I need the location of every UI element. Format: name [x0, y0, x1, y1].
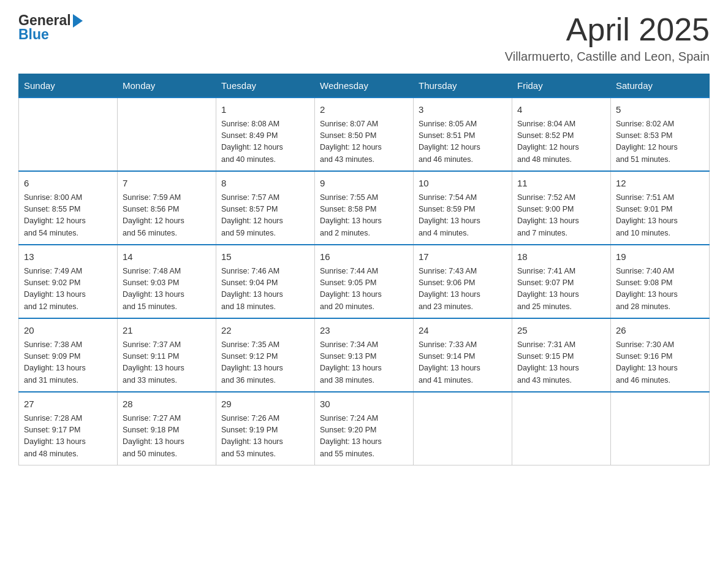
day-info: Sunrise: 7:44 AM Sunset: 9:05 PM Dayligh…: [320, 266, 408, 313]
day-info: Sunrise: 7:55 AM Sunset: 8:58 PM Dayligh…: [320, 192, 408, 240]
page-header: General Blue April 2025 Villarmuerto, Ca…: [18, 12, 710, 64]
calendar-week-row: 13Sunrise: 7:49 AM Sunset: 9:02 PM Dayli…: [19, 245, 710, 318]
day-number: 26: [616, 324, 704, 338]
calendar-cell: 18Sunrise: 7:41 AM Sunset: 9:07 PM Dayli…: [512, 245, 611, 318]
calendar-cell: 4Sunrise: 8:04 AM Sunset: 8:52 PM Daylig…: [512, 98, 611, 171]
day-info: Sunrise: 7:43 AM Sunset: 9:06 PM Dayligh…: [419, 266, 507, 313]
title-section: April 2025 Villarmuerto, Castille and Le…: [505, 12, 710, 64]
day-number: 8: [221, 177, 309, 191]
calendar-cell: 3Sunrise: 8:05 AM Sunset: 8:51 PM Daylig…: [414, 98, 512, 171]
calendar-week-row: 1Sunrise: 8:08 AM Sunset: 8:49 PM Daylig…: [19, 98, 710, 171]
day-number: 29: [221, 397, 309, 412]
calendar-week-row: 6Sunrise: 8:00 AM Sunset: 8:55 PM Daylig…: [19, 171, 710, 245]
logo-blue-text: Blue: [18, 26, 49, 43]
day-number: 6: [24, 177, 112, 191]
month-title: April 2025: [505, 12, 710, 47]
day-info: Sunrise: 7:48 AM Sunset: 9:03 PM Dayligh…: [123, 266, 211, 313]
calendar-cell: 23Sunrise: 7:34 AM Sunset: 9:13 PM Dayli…: [315, 318, 414, 392]
weekday-header-saturday: Saturday: [611, 74, 710, 98]
calendar-cell: 2Sunrise: 8:07 AM Sunset: 8:50 PM Daylig…: [315, 98, 414, 171]
day-info: Sunrise: 8:07 AM Sunset: 8:50 PM Dayligh…: [320, 118, 408, 166]
day-number: 17: [419, 250, 507, 264]
day-info: Sunrise: 7:40 AM Sunset: 9:08 PM Dayligh…: [616, 266, 704, 313]
day-number: 4: [517, 103, 605, 117]
day-number: 20: [24, 324, 112, 338]
day-number: 14: [123, 250, 211, 264]
calendar-cell: 14Sunrise: 7:48 AM Sunset: 9:03 PM Dayli…: [118, 245, 216, 318]
calendar-cell: 16Sunrise: 7:44 AM Sunset: 9:05 PM Dayli…: [315, 245, 414, 318]
day-number: 24: [419, 324, 507, 338]
calendar-cell: [414, 392, 512, 465]
day-number: 3: [419, 103, 507, 117]
calendar-cell: 10Sunrise: 7:54 AM Sunset: 8:59 PM Dayli…: [414, 171, 512, 245]
day-info: Sunrise: 7:30 AM Sunset: 9:16 PM Dayligh…: [616, 339, 704, 387]
calendar-week-row: 20Sunrise: 7:38 AM Sunset: 9:09 PM Dayli…: [19, 318, 710, 392]
calendar-cell: [512, 392, 611, 465]
calendar-cell: 6Sunrise: 8:00 AM Sunset: 8:55 PM Daylig…: [19, 171, 118, 245]
weekday-header-monday: Monday: [118, 74, 216, 98]
day-number: 25: [517, 324, 605, 338]
day-number: 7: [123, 177, 211, 191]
day-info: Sunrise: 7:57 AM Sunset: 8:57 PM Dayligh…: [221, 192, 309, 240]
day-number: 15: [221, 250, 309, 264]
day-info: Sunrise: 7:33 AM Sunset: 9:14 PM Dayligh…: [419, 339, 507, 387]
weekday-header-friday: Friday: [512, 74, 611, 98]
calendar-cell: 15Sunrise: 7:46 AM Sunset: 9:04 PM Dayli…: [216, 245, 315, 318]
day-info: Sunrise: 8:05 AM Sunset: 8:51 PM Dayligh…: [419, 118, 507, 166]
logo: General Blue: [18, 12, 83, 43]
day-info: Sunrise: 7:46 AM Sunset: 9:04 PM Dayligh…: [221, 266, 309, 313]
day-info: Sunrise: 7:26 AM Sunset: 9:19 PM Dayligh…: [221, 413, 309, 461]
day-info: Sunrise: 7:28 AM Sunset: 9:17 PM Dayligh…: [24, 413, 112, 461]
day-number: 21: [123, 324, 211, 338]
day-info: Sunrise: 8:04 AM Sunset: 8:52 PM Dayligh…: [517, 118, 605, 166]
calendar-cell: 26Sunrise: 7:30 AM Sunset: 9:16 PM Dayli…: [611, 318, 710, 392]
calendar-cell: 11Sunrise: 7:52 AM Sunset: 9:00 PM Dayli…: [512, 171, 611, 245]
day-info: Sunrise: 7:24 AM Sunset: 9:20 PM Dayligh…: [320, 413, 408, 461]
calendar-cell: [611, 392, 710, 465]
day-number: 30: [320, 397, 408, 412]
calendar-cell: 24Sunrise: 7:33 AM Sunset: 9:14 PM Dayli…: [414, 318, 512, 392]
day-number: 18: [517, 250, 605, 264]
day-number: 27: [24, 397, 112, 412]
weekday-header-thursday: Thursday: [414, 74, 512, 98]
day-number: 1: [221, 103, 309, 117]
day-info: Sunrise: 8:02 AM Sunset: 8:53 PM Dayligh…: [616, 118, 704, 166]
day-info: Sunrise: 7:34 AM Sunset: 9:13 PM Dayligh…: [320, 339, 408, 387]
calendar-cell: 8Sunrise: 7:57 AM Sunset: 8:57 PM Daylig…: [216, 171, 315, 245]
day-number: 13: [24, 250, 112, 264]
day-number: 11: [517, 177, 605, 191]
calendar-cell: 20Sunrise: 7:38 AM Sunset: 9:09 PM Dayli…: [19, 318, 118, 392]
calendar-cell: 1Sunrise: 8:08 AM Sunset: 8:49 PM Daylig…: [216, 98, 315, 171]
day-number: 23: [320, 324, 408, 338]
day-info: Sunrise: 7:35 AM Sunset: 9:12 PM Dayligh…: [221, 339, 309, 387]
day-number: 28: [123, 397, 211, 412]
day-info: Sunrise: 7:27 AM Sunset: 9:18 PM Dayligh…: [123, 413, 211, 461]
day-info: Sunrise: 7:59 AM Sunset: 8:56 PM Dayligh…: [123, 192, 211, 240]
day-number: 5: [616, 103, 704, 117]
weekday-header-wednesday: Wednesday: [315, 74, 414, 98]
calendar-cell: [19, 98, 118, 171]
calendar-cell: 28Sunrise: 7:27 AM Sunset: 9:18 PM Dayli…: [118, 392, 216, 465]
day-info: Sunrise: 8:00 AM Sunset: 8:55 PM Dayligh…: [24, 192, 112, 240]
logo-arrow-icon: [73, 14, 83, 28]
calendar-cell: [118, 98, 216, 171]
day-number: 9: [320, 177, 408, 191]
day-number: 10: [419, 177, 507, 191]
calendar-cell: 21Sunrise: 7:37 AM Sunset: 9:11 PM Dayli…: [118, 318, 216, 392]
calendar-cell: 22Sunrise: 7:35 AM Sunset: 9:12 PM Dayli…: [216, 318, 315, 392]
calendar-cell: 7Sunrise: 7:59 AM Sunset: 8:56 PM Daylig…: [118, 171, 216, 245]
calendar-cell: 27Sunrise: 7:28 AM Sunset: 9:17 PM Dayli…: [19, 392, 118, 465]
calendar-cell: 5Sunrise: 8:02 AM Sunset: 8:53 PM Daylig…: [611, 98, 710, 171]
day-info: Sunrise: 7:54 AM Sunset: 8:59 PM Dayligh…: [419, 192, 507, 240]
calendar-table: SundayMondayTuesdayWednesdayThursdayFrid…: [18, 74, 710, 465]
day-info: Sunrise: 8:08 AM Sunset: 8:49 PM Dayligh…: [221, 118, 309, 166]
weekday-header-row: SundayMondayTuesdayWednesdayThursdayFrid…: [19, 74, 710, 98]
day-info: Sunrise: 7:51 AM Sunset: 9:01 PM Dayligh…: [616, 192, 704, 240]
day-number: 12: [616, 177, 704, 191]
calendar-cell: 19Sunrise: 7:40 AM Sunset: 9:08 PM Dayli…: [611, 245, 710, 318]
day-number: 22: [221, 324, 309, 338]
calendar-week-row: 27Sunrise: 7:28 AM Sunset: 9:17 PM Dayli…: [19, 392, 710, 465]
calendar-cell: 17Sunrise: 7:43 AM Sunset: 9:06 PM Dayli…: [414, 245, 512, 318]
day-number: 19: [616, 250, 704, 264]
calendar-cell: 9Sunrise: 7:55 AM Sunset: 8:58 PM Daylig…: [315, 171, 414, 245]
